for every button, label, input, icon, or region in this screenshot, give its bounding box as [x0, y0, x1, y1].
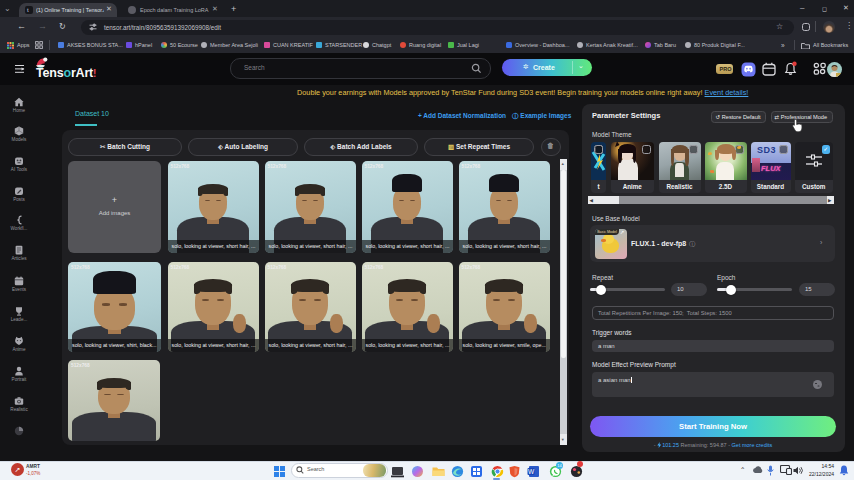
svg-text:W: W [528, 467, 535, 474]
